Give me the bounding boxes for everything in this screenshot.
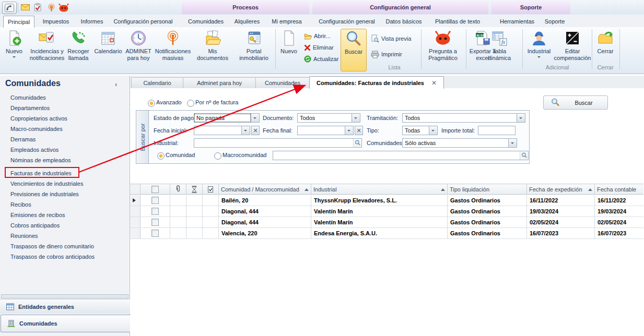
importe-total-input[interactable] xyxy=(478,126,516,135)
actualizar-button[interactable]: Actualizar xyxy=(304,54,338,64)
column-header-comunidad[interactable]: Comunidad / Macrocomunidad xyxy=(219,184,311,195)
cell-industrial[interactable]: Valentín Marín xyxy=(311,217,448,228)
imprimir-button[interactable]: Imprimir xyxy=(371,49,402,59)
sidebar-item-macrocomunidades[interactable]: Macro-comunidades xyxy=(10,126,123,135)
tab-principal[interactable]: Principal xyxy=(3,16,34,28)
cell-comunidad[interactable]: Valencia, 220 xyxy=(219,228,311,239)
app-icon[interactable] xyxy=(2,2,17,14)
doc-tab-comunidades[interactable]: Comunidades xyxy=(255,77,310,88)
cell-industrial[interactable]: Endesa Energia, S.A.U. xyxy=(311,228,448,239)
tab-comunidades[interactable]: Comunidades xyxy=(187,16,225,27)
sidebar-item-copropietarios[interactable]: Copropietarios activos xyxy=(10,115,123,125)
notificaciones-masivas-button[interactable]: Notificaciones masivas xyxy=(154,29,192,70)
sidebar-item-cobros[interactable]: Cobros anticipados xyxy=(10,222,123,232)
comunidad-search-input[interactable] xyxy=(273,151,529,160)
fecha-inicial-combo[interactable] xyxy=(194,126,250,135)
doc-tab-facturas-active[interactable]: Comunidades: Facturas de industriales✕ xyxy=(309,76,444,89)
dropdown-button[interactable] xyxy=(345,126,353,135)
sidebar-item-traspasos-dinero[interactable]: Traspasos de dinero comunitario xyxy=(10,243,123,253)
sidebar-item-comunidades[interactable]: Comunidades xyxy=(10,94,123,104)
dropdown-button[interactable] xyxy=(251,114,259,122)
cell-fecha-contable[interactable]: 02/05/2024 xyxy=(595,217,643,228)
column-header-fecha-contable[interactable]: Fecha contable xyxy=(595,184,643,195)
tab-impuestos[interactable]: Impuestos xyxy=(40,16,72,27)
sidebar-item-derramas[interactable]: Derramas xyxy=(10,136,123,146)
sidebar-item-emisiones[interactable]: Emisiones de recibos xyxy=(10,212,123,221)
cell-comunidad[interactable]: Bailén, 20 xyxy=(219,195,311,206)
checkbox[interactable] xyxy=(151,208,159,215)
fecha-final-clear-button[interactable]: ✕ xyxy=(355,126,363,135)
radio-macrocomunidad[interactable] xyxy=(214,152,221,160)
pragmatico-icon[interactable] xyxy=(58,3,69,12)
cell-fecha-contable[interactable]: 16/07/2023 xyxy=(595,228,643,239)
tab-soporte[interactable]: Soporte xyxy=(541,16,568,27)
dropdown-button[interactable] xyxy=(508,139,517,147)
calendario-button[interactable]: Calendario xyxy=(93,29,123,70)
checkbox[interactable] xyxy=(151,230,159,237)
tabla-dinamica-button[interactable]: fx Tabla dinámica xyxy=(485,29,514,70)
documento-combo[interactable]: Todos xyxy=(297,113,360,123)
panel-comunidades[interactable]: Comunidades xyxy=(1,315,134,332)
tramitacion-combo[interactable]: Todos xyxy=(402,113,525,123)
tab-mi-empresa[interactable]: Mi empresa xyxy=(269,16,305,27)
buscar-button[interactable]: Buscar xyxy=(543,95,608,110)
cell-comunidad[interactable]: Diagonal, 444 xyxy=(219,206,311,217)
tasks-icon[interactable] xyxy=(32,3,43,12)
radio-comunidad[interactable] xyxy=(157,152,165,160)
sidebar-item-previsiones[interactable]: Previsiones de industriales xyxy=(10,191,123,200)
mis-documentos-button[interactable]: Mis documentos xyxy=(193,29,232,70)
sidebar-item-departamentos[interactable]: Departamentos xyxy=(10,105,123,114)
row-checkbox-cell[interactable] xyxy=(140,206,170,217)
column-header-fecha-expedicion[interactable]: Fecha de expedición xyxy=(527,184,595,195)
tab-configuracion-general[interactable]: Configuración general xyxy=(315,16,378,27)
sidebar-splitter[interactable] xyxy=(1,294,128,298)
vista-previa-button[interactable]: Vista previa xyxy=(371,33,411,44)
checkbox[interactable] xyxy=(151,186,159,193)
tab-alquileres[interactable]: Alquileres xyxy=(231,16,263,27)
dropdown-button[interactable] xyxy=(517,114,525,122)
column-header-industrial[interactable]: Industrial xyxy=(311,184,448,195)
cell-fecha-expedicion[interactable]: 16/07/2023 xyxy=(527,228,595,239)
checkbox[interactable] xyxy=(151,197,159,204)
cell-industrial[interactable]: ThyssnKrupp Elevadores, S.L. xyxy=(311,195,448,206)
close-tab-icon[interactable]: ✕ xyxy=(431,79,437,87)
buscar-ribbon-button[interactable]: Buscar xyxy=(341,29,367,71)
search-lookup-icon[interactable] xyxy=(353,139,361,147)
cell-fecha-contable[interactable]: 19/03/2024 xyxy=(595,206,643,217)
cell-industrial[interactable]: Valentín Marín xyxy=(311,206,448,217)
sidebar-item-reuniones[interactable]: Reuniones xyxy=(10,233,123,242)
select-all-header[interactable] xyxy=(140,184,170,195)
cell-fecha-expedicion[interactable]: 19/03/2024 xyxy=(527,206,595,217)
broadcast-icon[interactable] xyxy=(46,3,56,12)
adminet-hoy-button[interactable]: ADMINET para hoy xyxy=(124,29,153,70)
tab-plantillas-texto[interactable]: Plantillas de texto xyxy=(428,16,487,27)
paperclip-column-header[interactable] xyxy=(170,184,186,195)
mail-icon[interactable] xyxy=(20,3,30,12)
industrial-input[interactable] xyxy=(194,138,362,148)
tab-informes[interactable]: Informes xyxy=(77,16,107,27)
row-checkbox-cell[interactable] xyxy=(140,217,170,228)
fecha-inicial-clear-button[interactable]: ✕ xyxy=(251,126,260,135)
row-checkbox-cell[interactable] xyxy=(140,228,170,239)
cell-tipo[interactable]: Gastos Ordinarios xyxy=(448,206,527,217)
cell-fecha-expedicion[interactable]: 02/05/2024 xyxy=(527,217,595,228)
sidebar-item-traspasos-cobros[interactable]: Traspasos de cobros anticipados xyxy=(10,254,123,263)
tab-datos-basicos[interactable]: Datos básicos xyxy=(382,16,425,27)
sidebar-item-vencimientos[interactable]: Vencimientos de industriales xyxy=(10,181,123,190)
dropdown-button[interactable] xyxy=(352,114,360,122)
incidencias-button[interactable]: Incidencias y notificaciones xyxy=(26,29,68,70)
estado-pago-combo[interactable]: No pagada xyxy=(194,113,260,123)
search-lookup-icon[interactable] xyxy=(520,151,528,160)
tasks-column-header[interactable] xyxy=(203,184,219,195)
doc-tab-adminet[interactable]: Adminet para hoy xyxy=(183,77,256,88)
nuevo-lista-button[interactable]: Nuevo xyxy=(277,29,300,70)
hourglass-column-header[interactable] xyxy=(186,184,203,195)
cell-fecha-expedicion[interactable]: 16/11/2022 xyxy=(527,195,595,206)
radio-avanzado[interactable] xyxy=(148,100,155,107)
sidebar-item-nominas[interactable]: Nóminas de empleados xyxy=(10,157,123,166)
doc-tab-calendario[interactable]: Calendario xyxy=(131,77,183,88)
portal-inmobiliario-button[interactable]: Portal inmobiliario xyxy=(235,29,273,70)
radio-por-numero[interactable] xyxy=(187,100,194,107)
row-checkbox-cell[interactable] xyxy=(140,195,170,206)
dropdown-button[interactable] xyxy=(241,126,250,135)
